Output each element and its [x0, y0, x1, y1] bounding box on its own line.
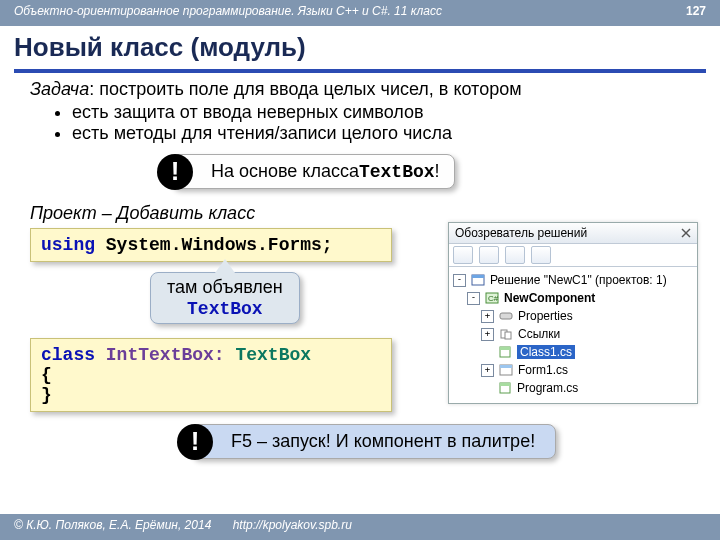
tree-row-solution[interactable]: - Решение "NewC1" (проектов: 1): [453, 271, 693, 289]
callout-textbox-base: ! На основе класса TextBox !: [170, 154, 455, 189]
collapse-icon[interactable]: -: [467, 292, 480, 305]
references-icon: [498, 327, 514, 341]
page-number: 127: [686, 4, 706, 26]
project-label: NewComponent: [504, 291, 595, 305]
toolbar-button[interactable]: [531, 246, 551, 264]
callout1-suffix: !: [435, 161, 440, 182]
close-icon[interactable]: [681, 228, 691, 238]
svg-rect-10: [500, 347, 510, 350]
code-brace-open: {: [41, 365, 52, 385]
code-using: using System.Windows.Forms;: [30, 228, 392, 262]
explorer-titlebar: Обозреватель решений: [449, 223, 697, 244]
footer-url: http://kpolyakov.spb.ru: [233, 518, 352, 532]
svg-rect-12: [500, 365, 512, 368]
task-text: : построить поле для ввода целых чисел, …: [89, 79, 521, 99]
csproj-icon: C#: [484, 291, 500, 305]
svg-rect-8: [505, 332, 511, 339]
code-class: class IntTextBox: TextBox { }: [30, 338, 392, 412]
project-hint: Проект – Добавить класс: [30, 203, 690, 224]
svg-rect-6: [500, 313, 512, 319]
breadcrumb: Объектно-ориентированное программировани…: [0, 0, 720, 26]
exclamation-icon: !: [177, 424, 213, 460]
code-brace-close: }: [41, 385, 52, 405]
toolbar-button[interactable]: [479, 246, 499, 264]
expand-icon[interactable]: +: [481, 310, 494, 323]
cs-file-icon: [497, 345, 513, 359]
svg-rect-14: [500, 383, 510, 386]
code-class-name: IntTextBox:: [95, 345, 235, 365]
task-bullet-1: есть защита от ввода неверных символов: [72, 102, 690, 123]
solution-label: Решение "NewC1" (проектов: 1): [490, 273, 667, 287]
footer: © К.Ю. Поляков, Е.А. Ерёмин, 2014 http:/…: [0, 514, 720, 540]
references-label: Ссылки: [518, 327, 560, 341]
exclamation-icon: !: [157, 154, 193, 190]
wrench-icon: [498, 309, 514, 323]
svg-rect-3: [472, 275, 484, 278]
tip-textbox-declared: там объявлен TextBox: [150, 272, 300, 324]
expand-icon[interactable]: +: [481, 364, 494, 377]
form-icon: [498, 363, 514, 377]
explorer-toolbar: [449, 244, 697, 267]
footer-copyright: © К.Ю. Поляков, Е.А. Ерёмин, 2014: [14, 518, 211, 532]
cs-file-icon: [497, 381, 513, 395]
explorer-title: Обозреватель решений: [455, 226, 587, 240]
tree-row-references[interactable]: + Ссылки: [453, 325, 693, 343]
explorer-tree: - Решение "NewC1" (проектов: 1) - C# New…: [449, 267, 697, 403]
callout1-code: TextBox: [359, 162, 435, 182]
callout-f5: ! F5 – запуск! И компонент в палитре!: [190, 424, 556, 459]
solution-icon: [470, 273, 486, 287]
task-label: Задача: [30, 79, 89, 99]
task-bullet-2: есть методы для чтения/записи целого чис…: [72, 123, 690, 144]
form1-label: Form1.cs: [518, 363, 568, 377]
callout2-text: F5 – запуск! И компонент в палитре!: [231, 431, 535, 452]
expand-icon[interactable]: +: [481, 328, 494, 341]
kw-class: class: [41, 345, 95, 365]
page-title: Новый класс (модуль): [14, 32, 706, 73]
kw-using: using: [41, 235, 95, 255]
tip-code: TextBox: [187, 299, 263, 319]
callout1-prefix: На основе класса: [211, 161, 359, 182]
svg-text:C#: C#: [488, 294, 499, 303]
toolbar-button[interactable]: [453, 246, 473, 264]
task-line: Задача: построить поле для ввода целых ч…: [30, 79, 690, 100]
program-label: Program.cs: [517, 381, 578, 395]
tree-row-form1[interactable]: + Form1.cs: [453, 361, 693, 379]
tree-row-properties[interactable]: + Properties: [453, 307, 693, 325]
tree-row-project[interactable]: - C# NewComponent: [453, 289, 693, 307]
tree-row-class1[interactable]: Class1.cs: [453, 343, 693, 361]
code-using-rest: System.Windows.Forms;: [95, 235, 333, 255]
properties-label: Properties: [518, 309, 573, 323]
collapse-icon[interactable]: -: [453, 274, 466, 287]
breadcrumb-text: Объектно-ориентированное программировани…: [14, 4, 442, 26]
code-class-base: TextBox: [235, 345, 311, 365]
tip-line1: там объявлен: [167, 277, 283, 297]
solution-explorer-panel: Обозреватель решений - Решение "NewC1" (…: [448, 222, 698, 404]
class1-label: Class1.cs: [517, 345, 575, 359]
tree-row-program[interactable]: Program.cs: [453, 379, 693, 397]
toolbar-button[interactable]: [505, 246, 525, 264]
